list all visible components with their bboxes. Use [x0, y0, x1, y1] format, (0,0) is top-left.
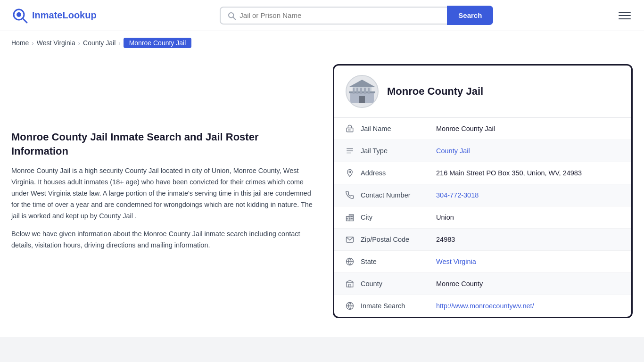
breadcrumb-home[interactable]: Home [11, 39, 29, 47]
info-row: CityUnion [334, 206, 631, 229]
hamburger-line-1 [619, 12, 631, 13]
building-icon [348, 77, 376, 106]
logo[interactable]: InmateLookup [11, 7, 97, 24]
svg-rect-9 [356, 88, 358, 94]
jail-card-title: Monroe County Jail [387, 85, 483, 98]
search-wrapper [220, 7, 447, 25]
hamburger-line-2 [619, 15, 631, 16]
location-icon [346, 169, 361, 177]
jail-card: Monroe County Jail Jail NameMonroe Count… [333, 64, 633, 318]
svg-rect-14 [359, 96, 365, 103]
info-value-link[interactable]: West Virginia [436, 258, 476, 265]
logo-text: InmateLookup [32, 10, 97, 21]
description-para-1: Monroe County Jail is a high security Co… [11, 165, 318, 222]
info-row: Jail NameMonroe County Jail [334, 118, 631, 140]
info-label: Jail Type [361, 147, 436, 155]
svg-rect-33 [349, 284, 351, 287]
info-value-link[interactable]: County Jail [436, 147, 470, 155]
info-label: Address [361, 169, 436, 177]
svg-line-4 [233, 17, 236, 19]
search-button[interactable]: Search [447, 6, 493, 25]
jail-avatar [346, 75, 379, 108]
svg-rect-8 [353, 88, 355, 94]
info-label: Zip/Postal Code [361, 236, 436, 243]
breadcrumb-type[interactable]: County Jail [83, 39, 116, 47]
phone-icon [346, 191, 361, 199]
page-heading: Monroe County Jail Inmate Search and Jai… [11, 130, 318, 158]
info-value[interactable]: http://www.monroecountywv.net/ [436, 302, 620, 310]
footer-bar [0, 337, 644, 362]
mail-icon [346, 235, 361, 244]
svg-marker-13 [349, 80, 375, 87]
breadcrumb-state[interactable]: West Virginia [37, 39, 75, 47]
description-para-2: Below we have given information about th… [11, 229, 318, 251]
hamburger-line-3 [619, 18, 631, 19]
left-panel: Monroe County Jail Inmate Search and Jai… [11, 64, 318, 318]
info-value[interactable]: County Jail [436, 147, 620, 155]
info-label: City [361, 214, 436, 221]
svg-rect-28 [350, 218, 351, 219]
hamburger-menu[interactable] [617, 10, 633, 21]
info-row: CountyMonroe County [334, 273, 631, 295]
svg-point-2 [17, 12, 21, 17]
breadcrumb-sep-3: › [118, 40, 120, 47]
right-panel: Monroe County Jail Jail NameMonroe Count… [333, 64, 633, 318]
svg-rect-11 [364, 88, 366, 94]
info-value: Union [436, 214, 620, 221]
jail-icon [346, 124, 361, 133]
svg-point-22 [349, 171, 351, 173]
info-value[interactable]: West Virginia [436, 258, 620, 265]
info-label: State [361, 258, 436, 265]
info-label: Jail Name [361, 125, 436, 132]
globe-icon [346, 257, 361, 266]
info-value: Monroe County Jail [436, 125, 620, 132]
search-icon [227, 11, 236, 20]
breadcrumb-sep-1: › [32, 40, 33, 47]
county-icon [346, 280, 361, 288]
search-area: Search [220, 6, 493, 25]
svg-rect-24 [349, 214, 354, 221]
info-value[interactable]: 304-772-3018 [436, 191, 620, 199]
web-icon [346, 302, 361, 310]
info-row: Address216 Main Street PO Box 350, Union… [334, 162, 631, 184]
svg-rect-10 [360, 88, 362, 94]
main-content: Monroe County Jail Inmate Search and Jai… [0, 55, 644, 337]
logo-icon [11, 7, 28, 24]
svg-rect-32 [347, 282, 353, 287]
city-icon [346, 213, 361, 222]
svg-point-3 [229, 13, 234, 18]
info-row: Inmate Searchhttp://www.monroecountywv.n… [334, 295, 631, 317]
info-value-link[interactable]: http://www.monroecountywv.net/ [436, 302, 534, 310]
list-icon [346, 147, 361, 155]
svg-rect-12 [368, 88, 370, 94]
info-value: 24983 [436, 236, 620, 243]
search-input[interactable] [239, 11, 440, 19]
info-label: Inmate Search [361, 302, 436, 310]
breadcrumb-sep-2: › [78, 40, 80, 47]
jail-card-header: Monroe County Jail [334, 66, 631, 118]
svg-rect-29 [352, 218, 353, 219]
breadcrumb: Home › West Virginia › County Jail › Mon… [0, 31, 644, 55]
info-rows-container: Jail NameMonroe County JailJail TypeCoun… [334, 118, 631, 317]
info-value-link[interactable]: 304-772-3018 [436, 191, 479, 199]
info-row: Jail TypeCounty Jail [334, 140, 631, 162]
info-row: Zip/Postal Code24983 [334, 229, 631, 251]
header: InmateLookup Search [0, 0, 644, 31]
info-value: 216 Main Street PO Box 350, Union, WV, 2… [436, 169, 620, 177]
info-label: County [361, 280, 436, 288]
svg-rect-26 [350, 216, 351, 217]
svg-rect-27 [352, 216, 353, 217]
info-row: Contact Number304-772-3018 [334, 184, 631, 206]
info-value: Monroe County [436, 280, 620, 288]
svg-line-1 [23, 18, 27, 23]
breadcrumb-current: Monroe County Jail [124, 38, 192, 48]
info-label: Contact Number [361, 191, 436, 199]
svg-rect-25 [347, 218, 348, 219]
info-row: StateWest Virginia [334, 251, 631, 273]
